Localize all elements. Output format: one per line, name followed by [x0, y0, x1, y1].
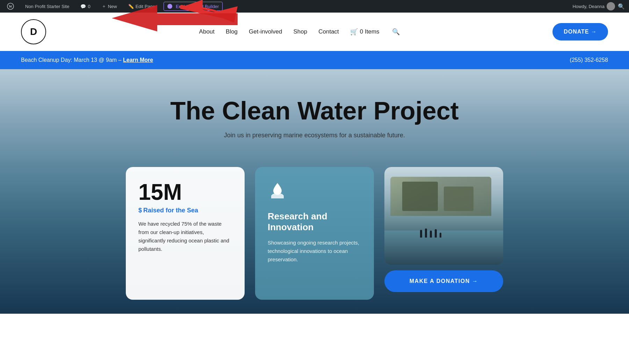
cards-row: 15M $ Raised for the Sea We have recycle… [105, 167, 524, 300]
research-title: Research and Innovation [268, 211, 361, 233]
site-nav: About Blog Get-involved Shop Contact 🛒 0… [199, 28, 400, 36]
stat-subtitle: $ Raised for the Sea [138, 207, 232, 214]
howdy-label: Howdy, Deanna [572, 2, 615, 10]
cart-items: 0 Items [360, 28, 379, 35]
announcement-bar: Beach Cleanup Day: March 13 @ 9am – Lear… [0, 51, 629, 69]
nav-about[interactable]: About [199, 28, 215, 35]
site-header: D About Blog Get-involved Shop Contact 🛒… [0, 13, 629, 51]
divi-icon [167, 4, 172, 9]
hero-content: The Clean Water Project Join us in prese… [156, 97, 473, 160]
hero-title: The Clean Water Project [170, 97, 459, 125]
new-button[interactable]: ＋ New [99, 0, 120, 13]
coastal-image [384, 167, 503, 265]
hero-subtitle: Join us in preserving marine ecosystems … [170, 132, 459, 139]
admin-avatar [607, 2, 615, 10]
comments-button[interactable]: 💬 0 [78, 0, 93, 13]
logo-circle: D [21, 19, 46, 44]
cart-icon: 🛒 [350, 28, 358, 36]
nav-get-involved[interactable]: Get-involved [249, 28, 282, 35]
nav-blog[interactable]: Blog [226, 28, 238, 35]
nav-contact[interactable]: Contact [318, 28, 339, 35]
wp-logo[interactable]: W [4, 0, 17, 13]
water-drop-icon [268, 181, 361, 204]
nav-shop[interactable]: Shop [294, 28, 308, 35]
svg-text:W: W [9, 5, 12, 8]
research-card: Research and Innovation Showcasing ongoi… [255, 167, 374, 300]
search-icon[interactable]: 🔍 [392, 28, 400, 36]
admin-bar-right: Howdy, Deanna 🔍 [572, 2, 625, 10]
stat-card: 15M $ Raised for the Sea We have recycle… [126, 167, 245, 300]
phone-number: (255) 352-6258 [570, 57, 608, 63]
ocean [384, 231, 503, 265]
building-1 [402, 182, 438, 211]
site-name[interactable]: Non Profit Starter Site [22, 0, 72, 13]
admin-search-icon[interactable]: 🔍 [618, 3, 625, 10]
enable-visual-builder-button[interactable]: Enable Visual Builder [164, 2, 223, 11]
coastal-image-bg [384, 167, 503, 265]
silhouette-4 [435, 229, 437, 238]
silhouette-3 [430, 231, 432, 238]
stat-number: 15M [138, 181, 232, 203]
research-text: Showcasing ongoing research projects, te… [268, 239, 361, 264]
silhouette-5 [440, 233, 441, 238]
admin-bar: W Non Profit Starter Site 💬 0 ＋ New ✏️ E… [0, 0, 629, 13]
edit-page-button[interactable]: ✏️ Edit Page [125, 0, 158, 13]
make-donation-button[interactable]: MAKE A DONATION → [384, 270, 503, 292]
hero-section: The Clean Water Project Join us in prese… [0, 69, 629, 314]
site-logo[interactable]: D [21, 19, 46, 44]
donate-button[interactable]: DONATE → [552, 23, 608, 41]
image-card-area: MAKE A DONATION → [384, 167, 503, 292]
building-2 [444, 187, 473, 211]
silhouette-1 [420, 230, 422, 238]
stat-description: We have recycled 75% of the waste from o… [138, 220, 232, 253]
silhouette-2 [425, 228, 427, 238]
learn-more-link[interactable]: Learn More [123, 57, 153, 63]
announcement-text: Beach Cleanup Day: March 13 @ 9am – Lear… [21, 57, 153, 63]
silhouettes [420, 228, 441, 238]
cart-area[interactable]: 🛒 0 Items [350, 28, 379, 36]
